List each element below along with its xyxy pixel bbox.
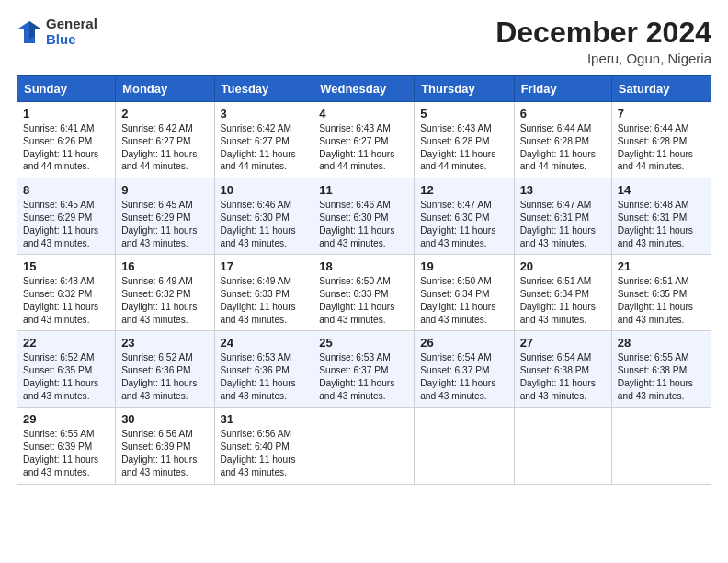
day-info: Sunrise: 6:44 AM Sunset: 6:28 PM Dayligh… [520, 122, 606, 173]
day-number: 30 [121, 412, 208, 426]
day-info: Sunrise: 6:41 AM Sunset: 6:26 PM Dayligh… [23, 122, 109, 173]
day-cell-6: 6 Sunrise: 6:44 AM Sunset: 6:28 PM Dayli… [514, 102, 611, 178]
day-info: Sunrise: 6:43 AM Sunset: 6:28 PM Dayligh… [420, 122, 507, 173]
day-number: 10 [221, 183, 308, 197]
day-info: Sunrise: 6:56 AM Sunset: 6:40 PM Dayligh… [221, 428, 308, 478]
day-cell-2: 2 Sunrise: 6:42 AM Sunset: 6:27 PM Dayli… [116, 102, 214, 178]
col-saturday: Saturday [611, 76, 711, 102]
day-number: 7 [618, 107, 705, 121]
day-number: 26 [420, 336, 507, 350]
day-number: 25 [319, 336, 408, 350]
day-cell-24: 24 Sunrise: 6:53 AM Sunset: 6:36 PM Dayl… [214, 331, 313, 408]
month-title: December 2024 [495, 17, 711, 49]
col-thursday: Thursday [415, 76, 514, 102]
day-number: 21 [618, 259, 705, 273]
day-info: Sunrise: 6:53 AM Sunset: 6:37 PM Dayligh… [319, 351, 408, 402]
location: Iperu, Ogun, Nigeria [495, 51, 711, 66]
day-cell-11: 11 Sunrise: 6:46 AM Sunset: 6:30 PM Dayl… [313, 178, 415, 255]
day-info: Sunrise: 6:51 AM Sunset: 6:34 PM Dayligh… [520, 275, 606, 326]
day-number: 19 [420, 259, 507, 273]
day-cell-23: 23 Sunrise: 6:52 AM Sunset: 6:36 PM Dayl… [116, 331, 214, 408]
day-info: Sunrise: 6:54 AM Sunset: 6:38 PM Dayligh… [520, 351, 606, 402]
day-cell-8: 8 Sunrise: 6:45 AM Sunset: 6:29 PM Dayli… [17, 178, 116, 255]
header: General Blue December 2024 Iperu, Ogun, … [17, 17, 711, 66]
day-info: Sunrise: 6:48 AM Sunset: 6:31 PM Dayligh… [618, 199, 705, 249]
week-row-1: 1 Sunrise: 6:41 AM Sunset: 6:26 PM Dayli… [17, 102, 711, 178]
day-info: Sunrise: 6:47 AM Sunset: 6:31 PM Dayligh… [520, 199, 606, 249]
title-area: December 2024 Iperu, Ogun, Nigeria [495, 17, 711, 66]
day-cell-13: 13 Sunrise: 6:47 AM Sunset: 6:31 PM Dayl… [514, 178, 611, 255]
day-cell-9: 9 Sunrise: 6:45 AM Sunset: 6:29 PM Dayli… [116, 178, 214, 255]
day-number: 9 [121, 183, 208, 197]
day-info: Sunrise: 6:45 AM Sunset: 6:29 PM Dayligh… [23, 199, 109, 249]
day-number: 23 [121, 336, 208, 350]
col-monday: Monday [116, 76, 214, 102]
day-cell-12: 12 Sunrise: 6:47 AM Sunset: 6:30 PM Dayl… [415, 178, 514, 255]
day-cell-25: 25 Sunrise: 6:53 AM Sunset: 6:37 PM Dayl… [313, 331, 415, 408]
day-cell-21: 21 Sunrise: 6:51 AM Sunset: 6:35 PM Dayl… [611, 255, 711, 331]
col-sunday: Sunday [17, 76, 116, 102]
empty-cell [415, 408, 514, 484]
day-cell-22: 22 Sunrise: 6:52 AM Sunset: 6:35 PM Dayl… [17, 331, 116, 408]
day-info: Sunrise: 6:52 AM Sunset: 6:35 PM Dayligh… [23, 351, 109, 402]
day-number: 24 [221, 336, 308, 350]
day-info: Sunrise: 6:47 AM Sunset: 6:30 PM Dayligh… [420, 199, 507, 249]
day-info: Sunrise: 6:46 AM Sunset: 6:30 PM Dayligh… [221, 199, 308, 249]
logo-blue: Blue [46, 31, 76, 47]
day-cell-18: 18 Sunrise: 6:50 AM Sunset: 6:33 PM Dayl… [313, 255, 415, 331]
col-friday: Friday [514, 76, 611, 102]
day-info: Sunrise: 6:49 AM Sunset: 6:33 PM Dayligh… [221, 275, 308, 326]
logo-icon [17, 19, 42, 45]
day-cell-16: 16 Sunrise: 6:49 AM Sunset: 6:32 PM Dayl… [116, 255, 214, 331]
day-number: 20 [520, 259, 606, 273]
day-number: 16 [121, 259, 208, 273]
day-number: 3 [221, 107, 308, 121]
day-cell-3: 3 Sunrise: 6:42 AM Sunset: 6:27 PM Dayli… [214, 102, 313, 178]
day-cell-15: 15 Sunrise: 6:48 AM Sunset: 6:32 PM Dayl… [17, 255, 116, 331]
day-number: 12 [420, 183, 507, 197]
day-info: Sunrise: 6:55 AM Sunset: 6:38 PM Dayligh… [618, 351, 705, 402]
day-number: 5 [420, 107, 507, 121]
day-cell-1: 1 Sunrise: 6:41 AM Sunset: 6:26 PM Dayli… [17, 102, 116, 178]
empty-cell [313, 408, 415, 484]
day-cell-17: 17 Sunrise: 6:49 AM Sunset: 6:33 PM Dayl… [214, 255, 313, 331]
day-cell-28: 28 Sunrise: 6:55 AM Sunset: 6:38 PM Dayl… [611, 331, 711, 408]
day-cell-4: 4 Sunrise: 6:43 AM Sunset: 6:27 PM Dayli… [313, 102, 415, 178]
day-number: 28 [618, 336, 705, 350]
day-cell-29: 29 Sunrise: 6:55 AM Sunset: 6:39 PM Dayl… [17, 408, 116, 484]
calendar-table: Sunday Monday Tuesday Wednesday Thursday… [17, 75, 711, 484]
day-info: Sunrise: 6:56 AM Sunset: 6:39 PM Dayligh… [121, 428, 208, 478]
day-number: 18 [319, 259, 408, 273]
day-cell-31: 31 Sunrise: 6:56 AM Sunset: 6:40 PM Dayl… [214, 408, 313, 484]
day-info: Sunrise: 6:46 AM Sunset: 6:30 PM Dayligh… [319, 199, 408, 249]
day-cell-19: 19 Sunrise: 6:50 AM Sunset: 6:34 PM Dayl… [415, 255, 514, 331]
day-info: Sunrise: 6:51 AM Sunset: 6:35 PM Dayligh… [618, 275, 705, 326]
day-number: 27 [520, 336, 606, 350]
day-number: 1 [23, 107, 109, 121]
day-cell-14: 14 Sunrise: 6:48 AM Sunset: 6:31 PM Dayl… [611, 178, 711, 255]
header-row: Sunday Monday Tuesday Wednesday Thursday… [17, 76, 711, 102]
day-cell-20: 20 Sunrise: 6:51 AM Sunset: 6:34 PM Dayl… [514, 255, 611, 331]
logo: General Blue [17, 17, 97, 47]
day-number: 13 [520, 183, 606, 197]
week-row-2: 8 Sunrise: 6:45 AM Sunset: 6:29 PM Dayli… [17, 178, 711, 255]
week-row-5: 29 Sunrise: 6:55 AM Sunset: 6:39 PM Dayl… [17, 408, 711, 484]
day-number: 22 [23, 336, 109, 350]
day-info: Sunrise: 6:50 AM Sunset: 6:33 PM Dayligh… [319, 275, 408, 326]
day-info: Sunrise: 6:45 AM Sunset: 6:29 PM Dayligh… [121, 199, 208, 249]
day-number: 15 [23, 259, 109, 273]
day-number: 2 [121, 107, 208, 121]
col-tuesday: Tuesday [214, 76, 313, 102]
day-number: 17 [221, 259, 308, 273]
day-number: 4 [319, 107, 408, 121]
week-row-3: 15 Sunrise: 6:48 AM Sunset: 6:32 PM Dayl… [17, 255, 711, 331]
day-info: Sunrise: 6:50 AM Sunset: 6:34 PM Dayligh… [420, 275, 507, 326]
day-info: Sunrise: 6:42 AM Sunset: 6:27 PM Dayligh… [221, 122, 308, 173]
empty-cell [611, 408, 711, 484]
day-cell-26: 26 Sunrise: 6:54 AM Sunset: 6:37 PM Dayl… [415, 331, 514, 408]
day-cell-30: 30 Sunrise: 6:56 AM Sunset: 6:39 PM Dayl… [116, 408, 214, 484]
day-info: Sunrise: 6:53 AM Sunset: 6:36 PM Dayligh… [221, 351, 308, 402]
page: General Blue December 2024 Iperu, Ogun, … [0, 0, 728, 563]
col-wednesday: Wednesday [313, 76, 415, 102]
logo-text: General Blue [46, 17, 97, 47]
